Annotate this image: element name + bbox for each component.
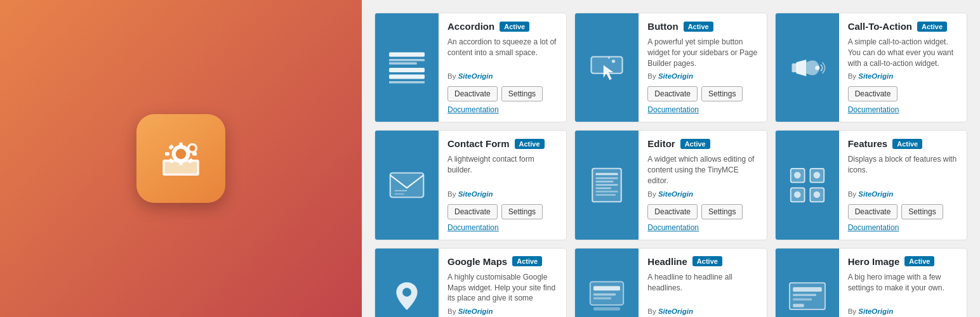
headline-icon <box>585 274 629 317</box>
widget-image-editor <box>575 131 639 239</box>
widget-description-accordion: An accordion to squeeze a lot of content… <box>447 37 557 68</box>
widget-content-google-maps: Google Maps Active A highly customisable… <box>439 249 566 317</box>
svg-rect-61 <box>793 287 822 292</box>
svg-rect-16 <box>389 62 417 65</box>
svg-rect-37 <box>596 188 612 190</box>
widget-content-button: Button Active A powerful yet simple butt… <box>639 13 766 122</box>
deactivate-button-accordion[interactable]: Deactivate <box>447 86 498 101</box>
hero-image-icon <box>785 274 830 317</box>
widget-image-accordion <box>375 13 439 122</box>
widget-description-headline: A headline to headline all headlines. <box>647 272 757 304</box>
svg-rect-25 <box>791 63 797 72</box>
widget-actions-contact-form: Deactivate Settings <box>447 204 557 219</box>
widget-card-hero-image: Hero Image Active A big hero image with … <box>775 248 967 317</box>
google-maps-icon <box>385 274 429 317</box>
app-logo-icon <box>152 130 209 187</box>
accordion-icon <box>385 46 429 90</box>
widget-image-contact-form <box>375 131 439 239</box>
deactivate-button-editor[interactable]: Deactivate <box>647 204 698 219</box>
widget-title-headline: Headline <box>647 256 687 267</box>
documentation-link-cta[interactable]: Documentation <box>848 105 958 114</box>
cta-icon <box>785 46 830 90</box>
svg-rect-36 <box>596 184 618 186</box>
widget-content-headline: Headline Active A headline to headline a… <box>639 249 766 317</box>
left-panel <box>0 0 362 317</box>
svg-rect-56 <box>593 294 616 296</box>
widget-status-hero-image: Active <box>904 256 934 266</box>
settings-button-accordion[interactable]: Settings <box>501 86 543 101</box>
widget-image-headline <box>575 249 639 317</box>
widget-header-headline: Headline Active <box>647 256 757 267</box>
svg-rect-55 <box>593 287 620 291</box>
widget-content-contact-form: Contact Form Active A lightweight contac… <box>439 131 566 239</box>
svg-point-49 <box>813 172 820 179</box>
editor-icon <box>585 163 629 207</box>
widget-status-contact-form: Active <box>515 139 545 149</box>
app-icon <box>136 114 225 203</box>
documentation-link-features[interactable]: Documentation <box>848 223 958 232</box>
widget-content-features: Features Active Displays a block of feat… <box>839 131 967 239</box>
widget-content-editor: Editor Active A widget which allows edit… <box>639 131 766 239</box>
widget-author-hero-image: By SiteOrigin <box>848 307 958 315</box>
widget-status-features: Active <box>892 139 922 149</box>
widget-description-google-maps: A highly customisable Google Maps widget… <box>447 272 557 304</box>
svg-point-24 <box>608 56 611 59</box>
deactivate-button-cta[interactable]: Deactivate <box>848 86 898 101</box>
deactivate-button-contact-form[interactable]: Deactivate <box>447 204 498 219</box>
widget-title-button: Button <box>647 21 678 32</box>
right-panel: Accordion Active An accordion to squeeze… <box>362 0 980 317</box>
documentation-link-button[interactable]: Documentation <box>647 105 757 114</box>
settings-button-contact-form[interactable]: Settings <box>501 204 543 219</box>
widget-actions-editor: Deactivate Settings <box>647 204 757 219</box>
widget-header-accordion: Accordion Active <box>447 21 557 32</box>
widget-header-editor: Editor Active <box>647 138 757 149</box>
svg-point-26 <box>815 65 819 70</box>
widget-card-features: Features Active Displays a block of feat… <box>775 130 967 240</box>
widgets-grid: Accordion Active An accordion to squeeze… <box>374 13 967 317</box>
svg-rect-33 <box>596 173 618 176</box>
svg-rect-17 <box>389 68 425 72</box>
svg-rect-64 <box>793 304 804 307</box>
documentation-link-contact-form[interactable]: Documentation <box>447 223 557 232</box>
widget-description-cta: A simple call-to-action widget. You can … <box>848 37 958 68</box>
settings-button-editor[interactable]: Settings <box>701 204 743 219</box>
widget-author-accordion: By SiteOrigin <box>447 72 557 80</box>
svg-rect-6 <box>165 152 169 155</box>
widget-status-accordion: Active <box>500 22 529 32</box>
documentation-link-editor[interactable]: Documentation <box>647 223 757 232</box>
svg-point-50 <box>794 191 801 198</box>
svg-point-51 <box>813 191 820 198</box>
settings-button-button[interactable]: Settings <box>701 86 743 101</box>
widget-title-google-maps: Google Maps <box>447 256 507 267</box>
widget-author-cta: By SiteOrigin <box>848 72 958 80</box>
widget-description-contact-form: A lightweight contact form builder. <box>447 154 557 186</box>
widget-description-hero-image: A big hero image with a few settings to … <box>848 272 958 304</box>
widget-title-editor: Editor <box>647 138 675 149</box>
svg-rect-34 <box>596 178 618 179</box>
widget-title-accordion: Accordion <box>447 21 494 32</box>
widget-actions-cta: Deactivate <box>848 86 958 101</box>
widget-image-cta <box>776 13 839 122</box>
widget-header-hero-image: Hero Image Active <box>848 256 958 267</box>
widget-author-editor: By SiteOrigin <box>647 190 757 198</box>
widget-status-editor: Active <box>680 139 710 149</box>
widget-header-features: Features Active <box>848 138 958 149</box>
widget-header-cta: Call-To-Action Active <box>848 21 958 32</box>
widget-header-google-maps: Google Maps Active <box>447 256 557 267</box>
svg-rect-35 <box>596 181 614 183</box>
widget-title-contact-form: Contact Form <box>447 138 510 149</box>
svg-rect-58 <box>593 307 620 311</box>
widget-status-google-maps: Active <box>512 256 542 266</box>
widget-card-google-maps: Google Maps Active A highly customisable… <box>374 248 567 317</box>
svg-point-52 <box>402 288 411 297</box>
deactivate-button-button[interactable]: Deactivate <box>647 86 698 101</box>
settings-button-features[interactable]: Settings <box>901 204 943 219</box>
widget-card-contact-form: Contact Form Active A lightweight contac… <box>374 130 567 240</box>
widget-image-hero <box>776 249 839 317</box>
deactivate-button-features[interactable]: Deactivate <box>848 204 898 219</box>
svg-rect-14 <box>389 52 425 56</box>
widget-image-features <box>776 131 839 239</box>
documentation-link-accordion[interactable]: Documentation <box>447 105 557 114</box>
widget-header-button: Button Active <box>647 21 757 32</box>
svg-rect-63 <box>793 299 812 301</box>
